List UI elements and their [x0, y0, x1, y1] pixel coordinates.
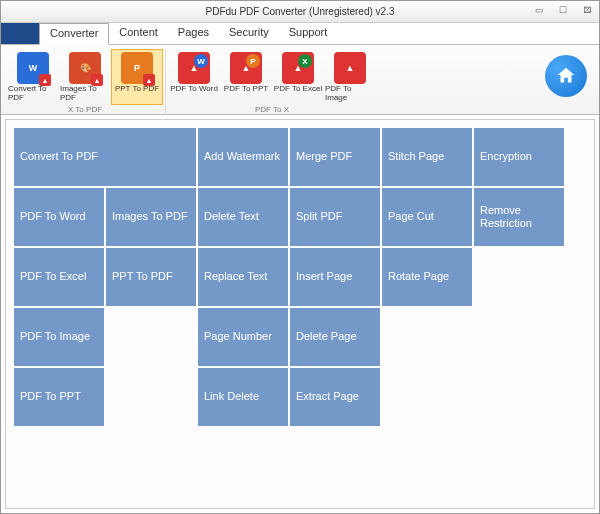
tile-pdf-to-image[interactable]: PDF To Image — [14, 308, 104, 366]
tile-page-cut[interactable]: Page Cut — [382, 188, 472, 246]
ppt-icon: P▲ — [121, 52, 153, 84]
tab-support[interactable]: Support — [279, 23, 338, 44]
home-button[interactable] — [545, 55, 587, 97]
tile-empty — [474, 368, 564, 426]
tile-pdf-to-word[interactable]: PDF To Word — [14, 188, 104, 246]
tile-empty — [106, 368, 196, 426]
tile-split-pdf[interactable]: Split PDF — [290, 188, 380, 246]
menubar: Converter Content Pages Security Support — [1, 23, 599, 45]
pdf-icon: X▲ — [282, 52, 314, 84]
titlebar: PDFdu PDF Converter (Unregistered) v2.3 … — [1, 1, 599, 23]
tile-grid: Convert To PDF Add Watermark Merge PDF S… — [14, 128, 586, 426]
tile-merge-pdf[interactable]: Merge PDF — [290, 128, 380, 186]
tile-empty — [106, 308, 196, 366]
tile-empty — [382, 308, 472, 366]
content-area: Convert To PDF Add Watermark Merge PDF S… — [5, 119, 595, 509]
pdf-to-excel-button[interactable]: X▲ PDF To Excel — [272, 49, 324, 105]
ribbon-group-label: X To PDF — [68, 105, 102, 114]
close-button[interactable]: ⛝ — [579, 3, 595, 17]
pdf-icon: W▲ — [178, 52, 210, 84]
image-icon: 🎨▲ — [69, 52, 101, 84]
pdf-to-image-button[interactable]: ▲ PDF To Image — [324, 49, 376, 105]
pdf-to-word-button[interactable]: W▲ PDF To Word — [168, 49, 220, 105]
ribbon-group-xtopdf: W▲ Convert To PDF 🎨▲ Images To PDF P▲ PP… — [5, 49, 166, 114]
tile-convert-to-pdf[interactable]: Convert To PDF — [14, 128, 196, 186]
tile-insert-page[interactable]: Insert Page — [290, 248, 380, 306]
tile-delete-text[interactable]: Delete Text — [198, 188, 288, 246]
tab-security[interactable]: Security — [219, 23, 279, 44]
ribbon: W▲ Convert To PDF 🎨▲ Images To PDF P▲ PP… — [1, 45, 599, 115]
images-to-pdf-button[interactable]: 🎨▲ Images To PDF — [59, 49, 111, 105]
ribbon-group-pdftox: W▲ PDF To Word P▲ PDF To PPT X▲ PDF To E… — [166, 49, 378, 114]
pdf-icon: P▲ — [230, 52, 262, 84]
tile-replace-text[interactable]: Replace Text — [198, 248, 288, 306]
tile-rotate-page[interactable]: Rotate Page — [382, 248, 472, 306]
word-icon: W▲ — [17, 52, 49, 84]
window-title: PDFdu PDF Converter (Unregistered) v2.3 — [206, 6, 395, 17]
ppt-to-pdf-button[interactable]: P▲ PPT To PDF — [111, 49, 163, 105]
app-window: PDFdu PDF Converter (Unregistered) v2.3 … — [0, 0, 600, 514]
tile-empty — [474, 248, 564, 306]
tab-content[interactable]: Content — [109, 23, 168, 44]
tile-pdf-to-ppt[interactable]: PDF To PPT — [14, 368, 104, 426]
tile-stitch-page[interactable]: Stitch Page — [382, 128, 472, 186]
home-icon — [555, 65, 577, 87]
pdf-to-ppt-button[interactable]: P▲ PDF To PPT — [220, 49, 272, 105]
tab-pages[interactable]: Pages — [168, 23, 219, 44]
maximize-button[interactable]: ☐ — [555, 3, 571, 17]
convert-to-pdf-button[interactable]: W▲ Convert To PDF — [7, 49, 59, 105]
tile-images-to-pdf[interactable]: Images To PDF — [106, 188, 196, 246]
tile-ppt-to-pdf[interactable]: PPT To PDF — [106, 248, 196, 306]
tile-add-watermark[interactable]: Add Watermark — [198, 128, 288, 186]
minimize-button[interactable]: ▭ — [531, 3, 547, 17]
tile-pdf-to-excel[interactable]: PDF To Excel — [14, 248, 104, 306]
tile-extract-page[interactable]: Extract Page — [290, 368, 380, 426]
tab-converter[interactable]: Converter — [39, 23, 109, 45]
ribbon-group-label: PDF To X — [255, 105, 289, 114]
tile-delete-page[interactable]: Delete Page — [290, 308, 380, 366]
window-controls: ▭ ☐ ⛝ — [531, 3, 595, 17]
tile-empty — [382, 368, 472, 426]
pdf-icon: ▲ — [334, 52, 366, 84]
tile-encryption[interactable]: Encryption — [474, 128, 564, 186]
tile-page-number[interactable]: Page Number — [198, 308, 288, 366]
tile-empty — [474, 308, 564, 366]
tile-link-delete[interactable]: Link Delete — [198, 368, 288, 426]
file-tab[interactable] — [1, 23, 39, 44]
tile-remove-restriction[interactable]: Remove Restriction — [474, 188, 564, 246]
